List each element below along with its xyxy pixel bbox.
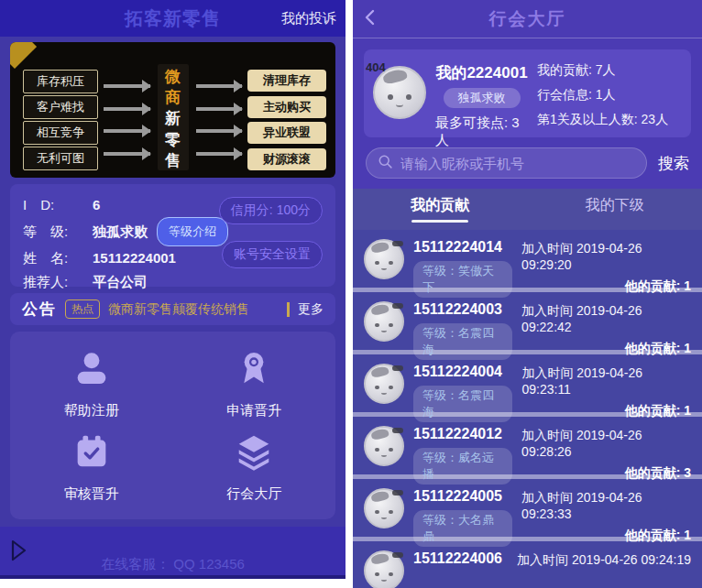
member-join-time: 加入时间 2019-04-26 09:22:42: [521, 303, 691, 334]
play-triangle-icon[interactable]: [9, 539, 29, 566]
menu-item-apply-promotion[interactable]: 申请晋升: [173, 343, 336, 426]
member-meta: 加入时间 2019-04-26 09:23:11 他的贡献: 1: [521, 364, 691, 419]
member-level-badge: 等级：大名鼎鼎: [413, 510, 512, 547]
menu-item-guild-hall[interactable]: 行会大厅: [173, 426, 336, 509]
announcement-text[interactable]: 微商新零售颠覆传统销售: [108, 301, 279, 318]
avatar-mouth: [381, 266, 387, 269]
member-meta: 加入时间 2019-04-26 09:24:19: [517, 550, 691, 569]
avatar-watermark: [392, 303, 403, 309]
member-meta: 加入时间 2019-04-26 09:28:26 他的贡献: 3: [521, 426, 691, 482]
tab-my-contributions[interactable]: 我的贡献: [353, 189, 528, 230]
avatar-eye: [375, 572, 378, 576]
member-meta: 加入时间 2019-04-26 09:29:20 他的贡献: 1: [521, 239, 691, 295]
arrow-right-icon: [104, 107, 150, 111]
tab-label: 我的下级: [586, 196, 644, 215]
member-join-time: 加入时间 2019-04-26 09:24:19: [517, 552, 691, 569]
avatar-eye: [389, 510, 392, 514]
member-level-badge: 等级：名震四海: [413, 323, 512, 360]
search-input[interactable]: [400, 156, 635, 171]
member-join-time: 加入时间 2019-04-26 09:28:26: [521, 428, 691, 459]
back-chevron-icon[interactable]: [353, 5, 388, 34]
clipboard-check-icon: [71, 431, 113, 477]
promo-banner: 库存积压客户难找相互竞争无利可图 微商新零售 清理库存主动购买异业联盟财源滚滚: [10, 42, 335, 178]
tab-label: 我的贡献: [411, 196, 469, 215]
avatar-eye: [389, 572, 392, 576]
banner-solution-box: 清理库存: [247, 70, 326, 92]
member-row[interactable]: 15112224006 加入时间 2019-04-26 09:24:19: [353, 541, 702, 588]
menu-item-review-promotion[interactable]: 审核晋升: [10, 426, 173, 509]
menu-item-label: 申请晋升: [226, 402, 281, 419]
member-info: 15112224006: [413, 550, 502, 567]
member-info: 15112224005 等级：大名鼎鼎: [413, 488, 512, 547]
guild-user-summary: 我的2224001 独孤求败 最多可接点: 3人: [433, 60, 530, 126]
member-level-badge: 等级：笑傲天下: [413, 261, 512, 298]
member-info: 15112224003 等级：名震四海: [413, 301, 512, 360]
menu-item-help-register[interactable]: 帮助注册: [10, 343, 173, 426]
avatar-eye: [389, 261, 392, 265]
left-footer: 在线客服： QQ 123456: [0, 527, 346, 575]
menu-item-label: 审核晋升: [64, 485, 119, 503]
member-level-badge: 等级：威名远播: [413, 448, 512, 485]
member-list[interactable]: 15112224014 等级：笑傲天下 加入时间 2019-04-26 09:2…: [353, 230, 702, 588]
menu-item-label: 帮助注册: [64, 402, 119, 419]
avatar-watermark: [392, 241, 403, 246]
arrow-right-icon: [104, 152, 150, 156]
avatar: [364, 239, 404, 279]
member-contribution: 他的贡献: 3: [625, 465, 691, 482]
left-app-header: 拓客新零售 我的投诉: [0, 0, 346, 37]
more-link[interactable]: 更多: [298, 301, 324, 318]
avatar-eye: [375, 510, 378, 514]
banner-problems-column: 库存积压客户难找相互竞争无利可图: [23, 70, 98, 170]
my-complaints-link[interactable]: 我的投诉: [281, 10, 346, 27]
avatar-eye: [375, 323, 378, 327]
level-intro-button[interactable]: 等级介绍: [157, 217, 228, 246]
tab-underline: [587, 220, 643, 223]
member-info: 15112224012 等级：威名远播: [413, 426, 512, 485]
tab-bar: 我的贡献 我的下级: [353, 189, 702, 230]
search-field-wrapper: [366, 147, 647, 179]
banner-title-char: 商: [165, 89, 181, 107]
banner-solution-box: 异业联盟: [247, 122, 326, 144]
guild-user-card: 404 我的2224001 独孤求败 最多可接点: 3人 我的贡献: 7人行会信…: [364, 49, 691, 137]
account-security-button[interactable]: 账号安全设置: [222, 241, 323, 268]
avatar-mouth: [381, 577, 387, 581]
banner-problem-box: 相互竞争: [23, 121, 98, 145]
referrer-label: 推荐人:: [23, 270, 93, 294]
avatar-mouth: [381, 452, 387, 456]
member-row[interactable]: 15112224005 等级：大名鼎鼎 加入时间 2019-04-26 09:2…: [353, 479, 702, 541]
max-points-text: 最多可接点: 3人: [435, 114, 530, 149]
member-row[interactable]: 15112224014 等级：笑傲天下 加入时间 2019-04-26 09:2…: [353, 230, 702, 292]
member-row[interactable]: 15112224004 等级：名震四海 加入时间 2019-04-26 09:2…: [353, 354, 702, 417]
banner-title-char: 新: [165, 110, 181, 128]
member-contribution: 他的贡献: 1: [625, 341, 691, 357]
avatar-eye: [388, 94, 393, 100]
profile-referrer-row: 推荐人: 平台公司: [23, 270, 323, 294]
avatar-eye: [375, 261, 378, 265]
member-row[interactable]: 15112224003 等级：名震四海 加入时间 2019-04-26 09:2…: [353, 292, 702, 354]
credit-score-button[interactable]: 信用分: 100分: [219, 197, 323, 224]
member-info: 15112224014 等级：笑傲天下: [413, 239, 512, 298]
home-screen-panel: 拓客新零售 我的投诉 库存积压客户难找相互竞争无利可图 微商新零售 清理库存主动…: [0, 0, 346, 579]
banner-solution-box: 财源滚滚: [247, 148, 326, 170]
avatar: [364, 364, 404, 404]
banner-title-char: 售: [165, 152, 181, 170]
banner-solution-box: 主动购买: [247, 96, 326, 118]
member-meta: 加入时间 2019-04-26 09:22:42 他的贡献: 1: [521, 301, 691, 357]
search-button[interactable]: 搜索: [658, 153, 689, 174]
announcement-bar: 公告 热点 微商新零售颠覆传统销售 更多: [10, 293, 335, 325]
guild-stats: 我的贡献: 7人行会信息: 1人第1关及以上人数: 23人: [537, 60, 682, 126]
banner-title-char: 微: [165, 68, 181, 86]
member-join-time: 加入时间 2019-04-26 09:23:11: [521, 365, 691, 397]
user-icon: [71, 348, 113, 394]
banner-vertical-title: 微商新零售: [158, 64, 189, 170]
member-contribution: 他的贡献: 1: [625, 403, 691, 419]
banner-title-char: 零: [165, 131, 181, 149]
guild-header: 行会大厅: [353, 0, 702, 38]
avatar-eye: [389, 386, 392, 389]
member-row[interactable]: 15112224012 等级：威名远播 加入时间 2019-04-26 09:2…: [353, 417, 702, 479]
tab-my-subordinates[interactable]: 我的下级: [528, 189, 702, 230]
level-value: 独孤求败: [93, 220, 148, 244]
avatar-hair: [371, 552, 390, 565]
avatar-eye: [389, 323, 392, 327]
member-phone: 15112224014: [413, 239, 512, 256]
